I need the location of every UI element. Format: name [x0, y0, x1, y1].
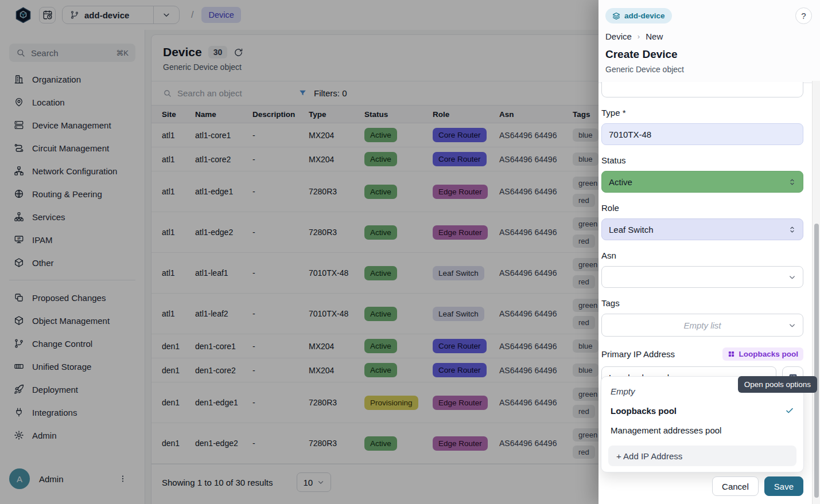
breadcrumb-current: New: [646, 32, 663, 41]
chevron-down-icon: [788, 321, 796, 330]
chevrons-up-down-icon: [788, 225, 796, 234]
status-select[interactable]: Active: [601, 171, 803, 193]
tags-select[interactable]: Empty list: [601, 314, 803, 337]
drawer-header: add-device ? Device › New Create Device …: [599, 0, 820, 83]
scrollbar-thumb[interactable]: [814, 224, 819, 498]
create-device-form: Type * 7010TX-48 Status Active Role Leaf…: [601, 81, 803, 388]
drawer-breadcrumb: Device › New: [605, 32, 812, 41]
asn-label: Asn: [601, 251, 803, 260]
add-ip-address-button[interactable]: + Add IP Address: [608, 446, 796, 466]
primary-ip-label: Primary IP Address: [601, 349, 675, 359]
breadcrumb-parent[interactable]: Device: [605, 32, 632, 41]
check-icon: [785, 406, 794, 415]
drawer-title: Create Device: [605, 48, 812, 61]
type-label: Type *: [601, 108, 803, 118]
asn-select[interactable]: [601, 266, 803, 288]
help-button[interactable]: ?: [795, 7, 812, 24]
tags-placeholder: Empty list: [683, 321, 721, 330]
chevron-right-icon: ›: [638, 32, 640, 41]
dropdown-option-loopbacks-pool[interactable]: Loopbacks pool: [601, 401, 803, 420]
tags-label: Tags: [601, 298, 803, 308]
save-button[interactable]: Save: [764, 476, 803, 496]
chevron-down-icon: [788, 273, 796, 282]
role-label: Role: [601, 203, 803, 213]
drawer-scrollbar[interactable]: [812, 81, 820, 504]
layers-icon: [612, 12, 620, 20]
dropdown-option-management-pool[interactable]: Management addresses pool: [601, 420, 803, 440]
cancel-button[interactable]: Cancel: [712, 476, 759, 496]
loopbacks-pool-badge[interactable]: Loopbacks pool: [722, 347, 803, 361]
chevrons-up-down-icon: [788, 178, 796, 186]
name-field-partial[interactable]: [601, 82, 803, 97]
pools-tooltip: Open pools options: [738, 376, 817, 393]
type-input[interactable]: 7010TX-48: [601, 123, 803, 145]
status-label: Status: [601, 155, 803, 165]
branch-badge: add-device: [605, 8, 672, 24]
drawer-subtitle: Generic Device object: [605, 65, 812, 74]
role-select[interactable]: Leaf Switch: [601, 218, 803, 240]
drawer-footer: Cancel Save: [712, 476, 803, 496]
create-device-drawer: add-device ? Device › New Create Device …: [599, 0, 820, 504]
pool-grid-icon: [728, 350, 735, 358]
